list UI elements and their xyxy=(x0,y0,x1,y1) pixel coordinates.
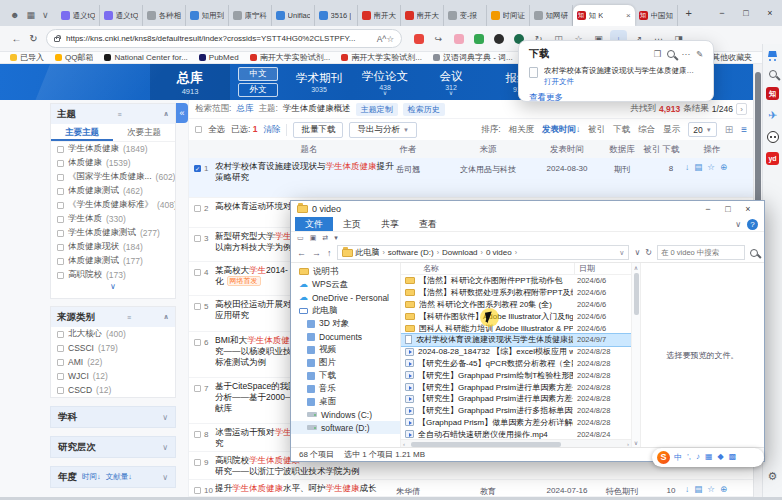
checkbox[interactable] xyxy=(57,174,64,181)
address-dropdown-icon[interactable]: ∨ xyxy=(634,248,640,257)
download-icon[interactable]: ↓ xyxy=(685,162,689,172)
topic-tab[interactable]: 次要主题 xyxy=(113,124,175,141)
explorer-close-button[interactable]: × xyxy=(738,204,758,214)
browser-tab[interactable]: 康宁科 xyxy=(229,5,272,26)
breadcrumb-segment[interactable]: 0 video xyxy=(486,248,512,257)
browser-tab[interactable]: 南开大 xyxy=(401,5,444,26)
toolbox-icon[interactable]: ▩ xyxy=(729,452,737,463)
see-more-link[interactable]: 查看更多 xyxy=(529,92,703,104)
more-icon[interactable]: ⊕ xyxy=(720,484,727,494)
extension-red-icon[interactable] xyxy=(410,30,427,47)
sort-icon[interactable]: ≡ xyxy=(127,314,131,321)
explorer-nav-item[interactable]: 下载 xyxy=(291,369,400,382)
sort-option[interactable]: 相关度 xyxy=(509,124,535,136)
browser-tab[interactable]: 各种相 xyxy=(143,5,186,26)
browser-tab[interactable]: 南开大 xyxy=(358,5,401,26)
browser-tab[interactable]: 通义tQ xyxy=(100,5,143,26)
sort-option[interactable]: 综合 xyxy=(638,124,655,136)
checkbox[interactable] xyxy=(57,387,64,394)
forward-icon[interactable]: → xyxy=(312,248,321,258)
row-checkbox[interactable]: ✓ xyxy=(194,165,201,172)
cnki-lang-tab[interactable]: 外文 xyxy=(238,83,278,97)
sort-option[interactable]: 下载 xyxy=(613,124,630,136)
explorer-search-input[interactable] xyxy=(657,245,745,260)
favorite-icon[interactable]: ☆ xyxy=(707,484,715,494)
topic-custom-chip[interactable]: 主题定制 xyxy=(356,103,398,116)
extension-pink-icon[interactable] xyxy=(450,30,467,47)
scroll-left-icon[interactable]: ‹ xyxy=(403,441,405,447)
vscroll-thumb[interactable] xyxy=(634,273,639,315)
row-checkbox[interactable] xyxy=(194,269,201,276)
checkbox[interactable] xyxy=(57,258,64,265)
file-row[interactable]: 【研究生】Graphpad Prsim进行多指标单因素...2024/8/28 xyxy=(401,405,631,417)
punctuation-icon[interactable]: ’, xyxy=(687,452,691,463)
browser-tab[interactable]: 知用到 xyxy=(186,5,229,26)
filter-checkbox-item[interactable]: 学生体质(330) xyxy=(51,212,175,226)
close-button[interactable]: × xyxy=(758,0,782,26)
open-file-link[interactable]: 打开文件 xyxy=(544,77,700,87)
subject-filter-bar[interactable]: 学科 ∨ xyxy=(50,406,176,428)
file-row[interactable]: 【Graphpad Prism】做单因素方差分析详解(选...2024/8/28 xyxy=(401,417,631,429)
cnki-lang-tab[interactable]: 中文 xyxy=(238,67,278,81)
skin-icon[interactable]: ◆ xyxy=(718,452,724,463)
browser-tab[interactable]: 知中国知 xyxy=(635,5,678,26)
address-bar[interactable]: A^☆ xyxy=(46,29,402,48)
explorer-menu-文件[interactable]: 文件 xyxy=(295,217,333,231)
year-filter-bar[interactable]: 年度 时间↓ 文献量↓ ∨ xyxy=(50,466,176,488)
search-downloads-icon[interactable] xyxy=(667,50,675,58)
minimize-button[interactable]: − xyxy=(710,0,734,26)
file-row[interactable]: 【研究生】Graphpad Prsim进行单因素方差分...2024/8/28 xyxy=(401,381,631,393)
checkbox[interactable] xyxy=(57,230,64,237)
time-sort-label[interactable]: 时间↓ xyxy=(82,472,101,482)
scope-value[interactable]: 总库 xyxy=(236,103,253,115)
filter-checkbox-item[interactable]: 体质健康测试(177) xyxy=(51,254,175,268)
back-icon[interactable]: ← xyxy=(8,33,25,44)
filter-checkbox-item[interactable]: CSSCI(179) xyxy=(51,341,175,355)
grid-view-icon[interactable]: ⊞ xyxy=(725,124,733,135)
chevron-down-icon[interactable]: ∨ xyxy=(619,249,624,257)
checkbox[interactable] xyxy=(57,272,64,279)
filter-checkbox-item[interactable]: 高职院校(173) xyxy=(51,268,175,282)
properties-icon[interactable]: ▭ xyxy=(297,234,304,242)
explorer-maximize-button[interactable]: □ xyxy=(718,204,738,214)
breadcrumb-segment[interactable]: software (D:) xyxy=(388,248,434,257)
checkbox[interactable] xyxy=(57,331,64,338)
checkbox[interactable] xyxy=(57,160,64,167)
filter-checkbox-item[interactable]: 《学生体质健康标准》(408) xyxy=(51,198,175,212)
browser-tab[interactable]: 知知 K× xyxy=(573,5,635,26)
scroll-up-icon[interactable]: ∧ xyxy=(634,264,638,271)
filter-checkbox-item[interactable]: AMI(22) xyxy=(51,355,175,369)
adblock-shield-icon[interactable] xyxy=(470,30,487,47)
new-folder-icon[interactable]: ▣ xyxy=(310,234,317,242)
row-checkbox[interactable] xyxy=(194,205,201,212)
html-read-icon[interactable]: ▤ xyxy=(694,484,702,494)
explorer-minimize-button[interactable]: − xyxy=(698,204,718,214)
filter-checkbox-item[interactable]: 学生体质健康测试(277) xyxy=(51,226,175,240)
panda-icon[interactable] xyxy=(767,131,779,143)
filter-checkbox-item[interactable]: 北大核心(400) xyxy=(51,327,175,341)
bookmark-item[interactable]: PubMed xyxy=(199,52,239,63)
horizontal-scrollbar[interactable]: ‹ › xyxy=(401,439,631,447)
vertical-scrollbar[interactable]: ∧ ∨ xyxy=(631,263,640,447)
bookmark-item[interactable]: 汉语词典字典 - 词... xyxy=(433,52,513,63)
browser-tab[interactable]: 变-报 xyxy=(444,5,487,26)
expand-more-icon[interactable]: ∨ xyxy=(51,282,175,294)
pin-icon[interactable]: ✎ xyxy=(696,49,703,59)
profile-avatar-icon[interactable]: ☻ xyxy=(10,10,19,20)
column-name[interactable]: 名称 xyxy=(401,263,575,274)
browser-tab[interactable]: Uniflac xyxy=(272,5,315,26)
bookmark-item[interactable]: 已导入 xyxy=(10,52,44,63)
favorite-icon[interactable]: ☆ xyxy=(707,162,715,172)
keyboard-icon[interactable]: ▦ xyxy=(705,452,713,463)
checkbox[interactable] xyxy=(57,202,64,209)
cnki-nav-tab[interactable]: 学位论文438∨ xyxy=(352,69,418,95)
file-row[interactable]: 全自动石蜡快速研磨仪使用操作.mp42024/8/24 xyxy=(401,428,631,439)
row-checkbox[interactable] xyxy=(194,303,201,310)
explorer-menu-主页[interactable]: 主页 xyxy=(333,217,371,231)
cnki-nav-tab[interactable]: 会议312∨ xyxy=(418,69,484,95)
sogou-logo-icon[interactable]: S xyxy=(657,451,670,464)
search-icon[interactable] xyxy=(769,70,777,78)
collapse-card-icon[interactable]: ∧ xyxy=(163,313,169,321)
cnki-nav-tab[interactable]: 学术期刊3035 xyxy=(286,71,352,93)
ribbon-collapse-icon[interactable]: ∨ xyxy=(735,220,741,229)
